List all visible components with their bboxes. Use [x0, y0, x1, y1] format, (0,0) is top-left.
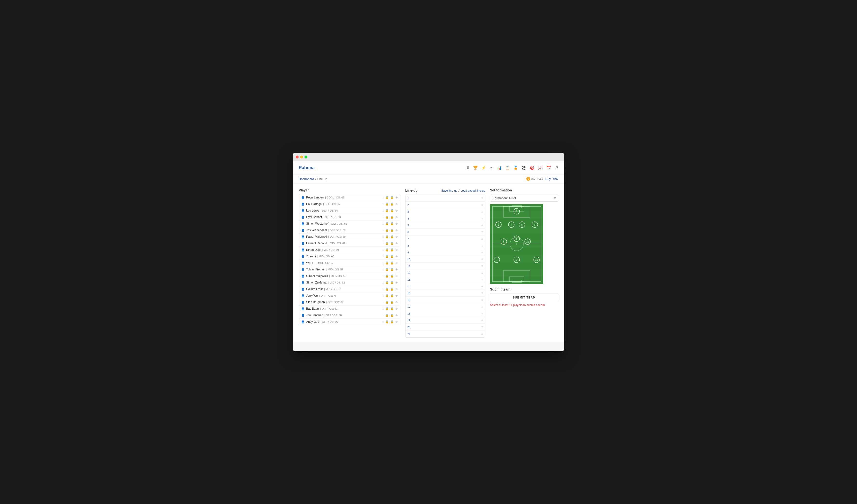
- maximize-button[interactable]: [304, 155, 307, 158]
- nav-icon-timer[interactable]: ⏱: [554, 166, 558, 170]
- lock2-icon[interactable]: 🔒: [390, 287, 394, 291]
- nav-icon-clipboard[interactable]: 📋: [505, 166, 510, 170]
- lock2-icon[interactable]: 🔒: [390, 202, 394, 206]
- lock2-icon[interactable]: 🔒: [390, 215, 394, 219]
- drag-handle-icon[interactable]: ≡: [481, 325, 483, 329]
- lock2-icon[interactable]: 🔒: [390, 301, 394, 304]
- lock-icon[interactable]: 🔒: [385, 235, 389, 238]
- drag-handle-icon[interactable]: ≡: [481, 197, 483, 200]
- lock2-icon[interactable]: 🔒: [390, 222, 394, 225]
- lock2-icon[interactable]: 🔒: [390, 248, 394, 252]
- add-icon[interactable]: ⊕: [395, 301, 398, 304]
- lock-icon[interactable]: 🔒: [385, 261, 389, 265]
- player-row[interactable]: 👤 Leo Leroy | DEF / OS: 64 ℹ 🔒 🔒 ⊕: [299, 207, 400, 214]
- nav-icon-stats[interactable]: 📈: [538, 166, 543, 170]
- info-icon[interactable]: ℹ: [383, 301, 384, 304]
- add-icon[interactable]: ⊕: [395, 248, 398, 252]
- lock2-icon[interactable]: 🔒: [390, 209, 394, 212]
- player-row[interactable]: 👤 Tobias Fischer | MID / OS: 57 ℹ 🔒 🔒 ⊕: [299, 266, 400, 273]
- lock-icon[interactable]: 🔒: [385, 255, 389, 258]
- add-icon[interactable]: ⊕: [395, 320, 398, 323]
- save-lineup-link[interactable]: Save line-up: [441, 189, 457, 192]
- lock-icon[interactable]: 🔒: [385, 268, 389, 271]
- lock-icon[interactable]: 🔒: [385, 301, 389, 304]
- lock2-icon[interactable]: 🔒: [390, 314, 394, 317]
- info-icon[interactable]: ℹ: [383, 281, 384, 284]
- player-row[interactable]: 👤 Ethan Dale | MID / OS: 60 ℹ 🔒 🔒 ⊕: [299, 247, 400, 253]
- add-icon[interactable]: ⊕: [395, 287, 398, 291]
- lock2-icon[interactable]: 🔒: [390, 241, 394, 245]
- lock-icon[interactable]: 🔒: [385, 314, 389, 317]
- nav-icon-trophy[interactable]: 🏆: [473, 166, 478, 170]
- lock2-icon[interactable]: 🔒: [390, 255, 394, 258]
- lock-icon[interactable]: 🔒: [385, 222, 389, 225]
- player-row[interactable]: 👤 Zhao Li | MID / OS: 60 ℹ 🔒 🔒 ⊕: [299, 253, 400, 260]
- player-row[interactable]: 👤 Pawel Majewski | DEF / OS: 59 ℹ 🔒 🔒 ⊕: [299, 234, 400, 240]
- lock-icon[interactable]: 🔒: [385, 248, 389, 252]
- add-icon[interactable]: ⊕: [395, 281, 398, 284]
- breadcrumb-home[interactable]: Dashboard: [299, 177, 314, 181]
- nav-icon-soccer[interactable]: ⚽: [522, 166, 526, 170]
- drag-handle-icon[interactable]: ≡: [481, 237, 483, 241]
- nav-icon-stadium[interactable]: 🏟: [489, 166, 493, 170]
- add-icon[interactable]: ⊕: [395, 307, 398, 310]
- info-icon[interactable]: ℹ: [383, 235, 384, 238]
- drag-handle-icon[interactable]: ≡: [481, 291, 483, 295]
- nav-icon-medal[interactable]: 🏅: [513, 166, 518, 170]
- info-icon[interactable]: ℹ: [383, 255, 384, 258]
- drag-handle-icon[interactable]: ≡: [481, 332, 483, 336]
- nav-icon-lightning[interactable]: ⚡: [481, 166, 486, 170]
- drag-handle-icon[interactable]: ≡: [481, 319, 483, 322]
- player-row[interactable]: 👤 Jos Veenendaal | DEF / OS: 60 ℹ 🔒 🔒 ⊕: [299, 227, 400, 234]
- lock2-icon[interactable]: 🔒: [390, 196, 394, 199]
- lock2-icon[interactable]: 🔒: [390, 307, 394, 310]
- player-row[interactable]: 👤 Stan Brugman | OFF / OS: 67 ℹ 🔒 🔒 ⊕: [299, 299, 400, 305]
- lock2-icon[interactable]: 🔒: [390, 274, 394, 278]
- lock-icon[interactable]: 🔒: [385, 209, 389, 212]
- add-icon[interactable]: ⊕: [395, 255, 398, 258]
- formation-select[interactable]: Formation: 4-3-3Formation: 4-4-2Formatio…: [490, 195, 558, 202]
- add-icon[interactable]: ⊕: [395, 241, 398, 245]
- info-icon[interactable]: ℹ: [383, 248, 384, 252]
- nav-icon-target[interactable]: 🎯: [530, 166, 535, 170]
- nav-icon-calendar[interactable]: 📅: [546, 166, 551, 170]
- info-icon[interactable]: ℹ: [383, 215, 384, 219]
- info-icon[interactable]: ℹ: [383, 241, 384, 245]
- add-icon[interactable]: ⊕: [395, 268, 398, 271]
- player-row[interactable]: 👤 Peter Langen | GOAL / OS: 67 ℹ 🔒 🔒 ⊕: [299, 194, 400, 201]
- player-row[interactable]: 👤 Jon Sanchez | OFF / OS: 60 ℹ 🔒 🔒 ⊕: [299, 312, 400, 319]
- nav-icon-chart[interactable]: 📊: [497, 166, 502, 170]
- lock-icon[interactable]: 🔒: [385, 294, 389, 297]
- lock-icon[interactable]: 🔒: [385, 241, 389, 245]
- info-icon[interactable]: ℹ: [383, 209, 384, 212]
- player-row[interactable]: 👤 Cyril Bonnet | DEF / OS: 63 ℹ 🔒 🔒 ⊕: [299, 214, 400, 220]
- player-row[interactable]: 👤 Laurent Renaud | MID / OS: 62 ℹ 🔒 🔒 ⊕: [299, 240, 400, 247]
- submit-team-button[interactable]: SUBMIT TEAM: [490, 293, 558, 302]
- info-icon[interactable]: ℹ: [383, 294, 384, 297]
- lock-icon[interactable]: 🔒: [385, 287, 389, 291]
- drag-handle-icon[interactable]: ≡: [481, 305, 483, 308]
- add-icon[interactable]: ⊕: [395, 222, 398, 225]
- drag-handle-icon[interactable]: ≡: [481, 244, 483, 247]
- add-icon[interactable]: ⊕: [395, 196, 398, 199]
- drag-handle-icon[interactable]: ≡: [481, 224, 483, 227]
- lock2-icon[interactable]: 🔒: [390, 294, 394, 297]
- add-icon[interactable]: ⊕: [395, 261, 398, 265]
- drag-handle-icon[interactable]: ≡: [481, 298, 483, 302]
- drag-handle-icon[interactable]: ≡: [481, 312, 483, 315]
- add-icon[interactable]: ⊕: [395, 209, 398, 212]
- lock2-icon[interactable]: 🔒: [390, 268, 394, 271]
- drag-handle-icon[interactable]: ≡: [481, 231, 483, 234]
- lock2-icon[interactable]: 🔒: [390, 261, 394, 265]
- add-icon[interactable]: ⊕: [395, 294, 398, 297]
- drag-handle-icon[interactable]: ≡: [481, 217, 483, 220]
- player-row[interactable]: 👤 Paul Ortega | DEF / OS: 67 ℹ 🔒 🔒 ⊕: [299, 201, 400, 207]
- add-icon[interactable]: ⊕: [395, 215, 398, 219]
- drag-handle-icon[interactable]: ≡: [481, 271, 483, 274]
- info-icon[interactable]: ℹ: [383, 307, 384, 310]
- player-row[interactable]: 👤 Wei Lu | MID / OS: 57 ℹ 🔒 🔒 ⊕: [299, 260, 400, 266]
- add-icon[interactable]: ⊕: [395, 202, 398, 206]
- lock-icon[interactable]: 🔒: [385, 307, 389, 310]
- drag-handle-icon[interactable]: ≡: [481, 278, 483, 281]
- info-icon[interactable]: ℹ: [383, 287, 384, 291]
